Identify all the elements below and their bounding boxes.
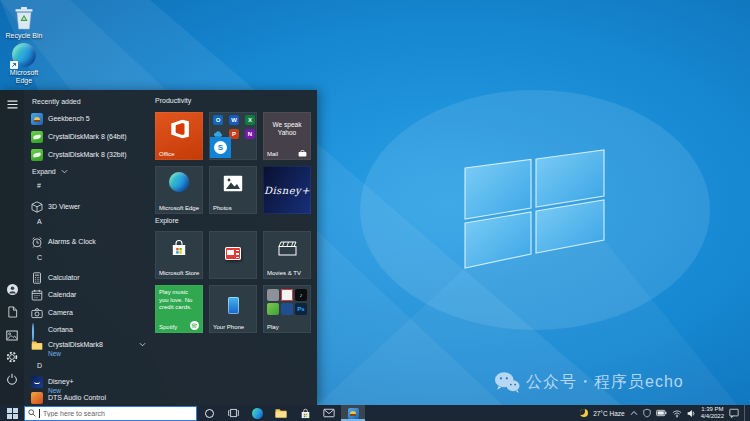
shortcut-arrow-icon [10, 61, 18, 69]
onenote-icon[interactable]: N [245, 129, 255, 139]
app-list-item-calculator[interactable]: Calculator [31, 271, 146, 284]
tile-microsoft-edge[interactable]: Microsoft Edge [155, 166, 203, 214]
tile-skype[interactable]: S [210, 137, 231, 158]
start-menu: Recently added Geekbench 5 CrystalDiskMa… [0, 90, 317, 405]
tile-movies-tv[interactable]: Movies & TV [263, 231, 311, 279]
geekbench-taskbar-button[interactable] [341, 405, 365, 421]
app-list-item-crystaldiskmark32[interactable]: CrystalDiskMark 8 (32bit) [31, 148, 146, 161]
app-list-item-dts-audio[interactable]: DTS Audio Control [31, 391, 146, 404]
outlook-icon[interactable]: O [213, 115, 223, 125]
dts-icon [31, 392, 43, 404]
tile-news[interactable] [209, 231, 257, 279]
gear-icon [6, 351, 18, 363]
store-icon [300, 408, 311, 419]
cube-icon [31, 201, 43, 213]
tile-spotify[interactable]: Play music you love. No credit cards. Sp… [155, 285, 203, 333]
settings-button[interactable] [0, 347, 24, 367]
tile-microsoft-store[interactable]: Microsoft Store [155, 231, 203, 279]
weather-label[interactable]: 27°C Haze [593, 410, 625, 417]
pictures-button[interactable] [0, 325, 24, 345]
chevron-down-icon [61, 169, 68, 174]
moon-weather-icon [580, 409, 588, 417]
system-tray: 27°C Haze 1:39 PM 4/4/2022 [580, 405, 750, 421]
chevron-up-icon[interactable] [630, 410, 638, 416]
file-explorer-button[interactable] [269, 405, 293, 421]
show-desktop-button[interactable] [744, 405, 749, 421]
folder-icon [31, 339, 43, 351]
excel-icon[interactable]: X [245, 115, 255, 125]
app-list-item-crystaldiskmark64[interactable]: CrystalDiskMark 8 (64bit) [31, 130, 146, 143]
cortana-icon [31, 324, 43, 336]
app-list-item-calendar[interactable]: Calendar [31, 288, 146, 301]
documents-button[interactable] [0, 302, 24, 322]
desktop-icon-microsoft-edge[interactable]: Microsoft Edge [1, 42, 47, 85]
crystaldiskmark-icon [31, 149, 43, 161]
office-mini-icons: O W X P N [213, 115, 255, 139]
disney-plus-logo: Disney+ [264, 185, 310, 196]
hamburger-menu-button[interactable] [0, 94, 24, 114]
recycle-bin-icon [12, 5, 37, 30]
calendar-icon [31, 289, 43, 301]
battery-icon[interactable] [656, 409, 667, 417]
tile-disney-plus[interactable]: Disney+ [263, 166, 311, 214]
chevron-down-icon[interactable] [139, 342, 146, 347]
tile-group-header-explore[interactable]: Explore [155, 217, 179, 224]
windows-logo-icon [7, 408, 18, 419]
tile-yahoo-mail[interactable]: We speak Yahoo Mail [263, 112, 311, 160]
tile-play-folder[interactable]: ♪ Ps Play [263, 285, 311, 333]
app-list-item-3d-viewer[interactable]: 3D Viewer [31, 200, 146, 213]
search-input[interactable] [43, 408, 193, 418]
letter-separator[interactable]: A [37, 218, 42, 225]
clock-time: 1:39 PM [701, 406, 723, 413]
clock-date: 4/4/2022 [701, 413, 724, 420]
task-view-icon [227, 407, 240, 419]
task-view-button[interactable] [221, 405, 245, 421]
app-list-item-camera[interactable]: Camera [31, 306, 146, 319]
tile-photos[interactable]: Photos [209, 166, 257, 214]
letter-separator[interactable]: C [37, 254, 42, 261]
letter-separator[interactable]: D [37, 362, 42, 369]
pictures-icon [6, 330, 18, 341]
start-menu-rail [0, 90, 24, 405]
tile-office-group[interactable]: O W X P N S [209, 112, 257, 160]
briefcase-icon [298, 150, 307, 157]
news-icon [209, 237, 257, 260]
hamburger-icon [7, 101, 17, 108]
start-button[interactable] [0, 405, 24, 421]
screen: Recycle Bin Microsoft Edge 公众号・程序员echo [0, 0, 750, 421]
tile-office[interactable]: Office [155, 112, 203, 160]
letter-separator[interactable]: # [37, 182, 41, 189]
taskbar-search-box[interactable] [24, 406, 197, 421]
tile-group-header-productivity[interactable]: Productivity [155, 97, 191, 104]
cortana-button[interactable] [197, 405, 221, 421]
app-list-item-alarms-clock[interactable]: Alarms & Clock [31, 235, 146, 248]
mail-button[interactable] [317, 405, 341, 421]
wechat-watermark: 公众号・程序员echo [494, 371, 684, 394]
photos-icon [209, 175, 257, 192]
calculator-icon [31, 272, 43, 284]
expand-button[interactable]: Expand [32, 165, 147, 178]
app-list-item-cortana[interactable]: Cortana [31, 323, 146, 336]
action-center-icon[interactable] [729, 408, 739, 418]
app-list-item-geekbench[interactable]: Geekbench 5 [31, 112, 146, 125]
search-icon [28, 409, 36, 417]
speaker-icon[interactable] [687, 409, 696, 418]
power-button[interactable] [0, 369, 24, 389]
microsoft-store-button[interactable] [293, 405, 317, 421]
word-icon[interactable]: W [229, 115, 239, 125]
yahoo-promo-text: We speak Yahoo [263, 121, 311, 137]
tiktok-icon: ♪ [295, 289, 307, 301]
taskbar-clock[interactable]: 1:39 PM 4/4/2022 [701, 406, 724, 420]
wifi-icon[interactable] [672, 409, 682, 418]
edge-icon [155, 172, 203, 192]
prime-video-icon [281, 303, 293, 315]
taskbar-edge-button[interactable] [245, 405, 269, 421]
user-account-button[interactable] [0, 279, 24, 299]
play-folder-mini-icons: ♪ Ps [267, 289, 307, 315]
edge-icon [252, 408, 263, 419]
tile-your-phone[interactable]: Your Phone [209, 285, 257, 333]
desktop-icon-recycle-bin[interactable]: Recycle Bin [1, 5, 47, 40]
edge-icon [12, 42, 37, 67]
security-shield-icon[interactable] [643, 408, 651, 418]
geekbench-icon [31, 113, 43, 125]
